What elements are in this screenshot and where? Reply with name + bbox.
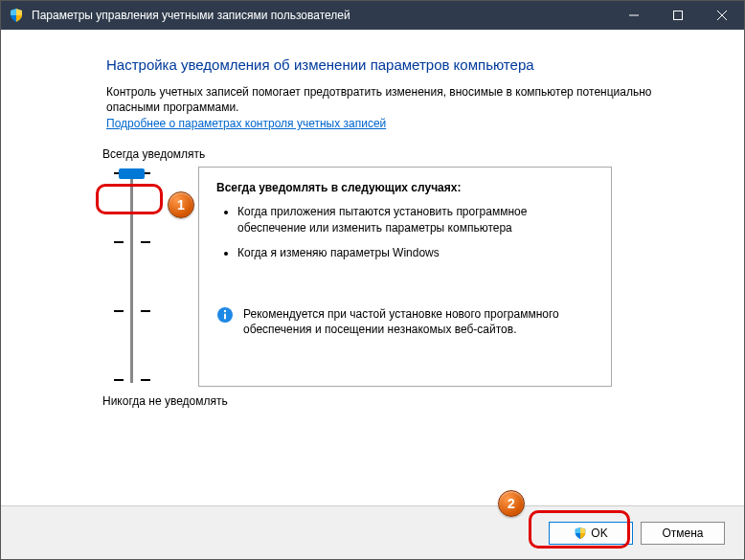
svg-rect-5 (224, 313, 226, 319)
content-area: Настройка уведомления об изменении парам… (1, 30, 744, 408)
window-title: Параметры управления учетными записями п… (32, 9, 612, 22)
uac-slider[interactable] (102, 167, 162, 387)
info-icon (216, 306, 234, 324)
minimize-button[interactable] (612, 1, 656, 30)
info-text: Рекомендуется при частой установке новог… (243, 306, 594, 337)
slider-top-label: Всегда уведомлять (102, 147, 706, 161)
panel-title: Всегда уведомлять в следующих случаях: (216, 181, 594, 194)
page-heading: Настройка уведомления об изменении парам… (106, 56, 706, 73)
titlebar: Параметры управления учетными записями п… (1, 1, 744, 30)
slider-thumb[interactable] (119, 168, 145, 179)
svg-rect-1 (674, 11, 683, 20)
close-button[interactable] (700, 1, 744, 30)
ok-button-label: OK (591, 526, 607, 540)
maximize-button[interactable] (656, 1, 700, 30)
learn-more-link[interactable]: Подробнее о параметрах контроля учетных … (106, 117, 386, 130)
panel-bullet: Когда я изменяю параметры Windows (237, 245, 594, 260)
slider-bottom-label: Никогда не уведомлять (102, 394, 706, 408)
notification-panel: Всегда уведомлять в следующих случаях: К… (198, 167, 612, 387)
svg-point-6 (224, 310, 226, 312)
cancel-button-label: Отмена (662, 526, 703, 540)
description-text: Контроль учетных записей помогает предот… (106, 84, 706, 115)
ok-button[interactable]: OK (549, 522, 633, 545)
footer: OK Отмена (1, 505, 744, 559)
cancel-button[interactable]: Отмена (641, 522, 725, 545)
panel-bullet: Когда приложения пытаются установить про… (237, 204, 594, 235)
shield-icon (574, 526, 587, 540)
shield-icon (9, 8, 24, 23)
